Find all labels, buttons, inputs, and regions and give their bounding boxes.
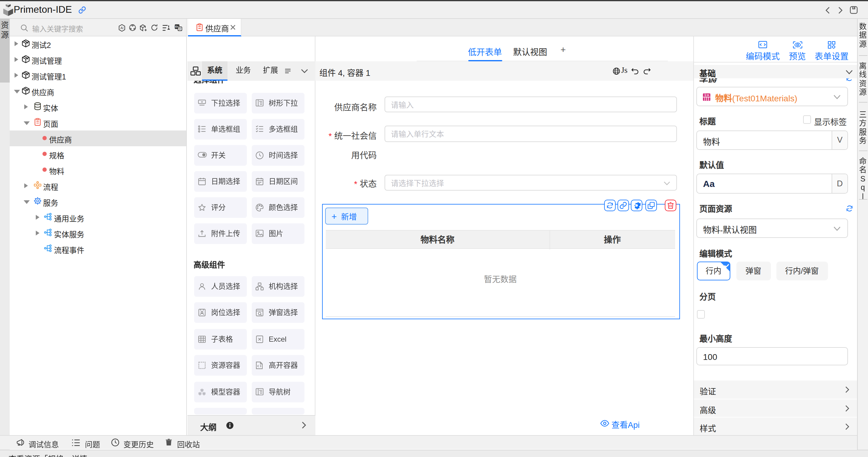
svg-text:文: 文 [178, 27, 181, 30]
svg-text:AI: AI [120, 26, 123, 29]
svg-text:1:n: 1:n [704, 93, 709, 96]
